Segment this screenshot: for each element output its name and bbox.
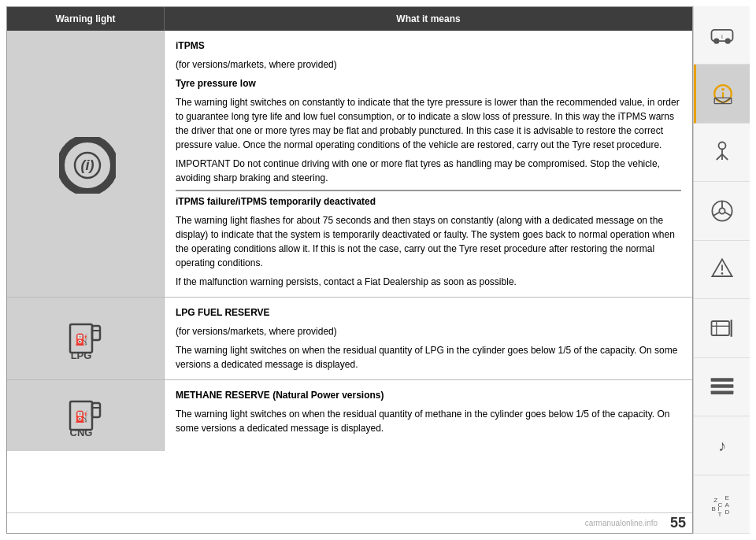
page-number: 55 [670, 515, 686, 531]
table-row: ⛽ LPG LPG FUEL RESERVE (for versions/mar… [7, 298, 692, 380]
cng-body: The warning light switches on when the r… [176, 407, 681, 435]
sidebar-item-steering[interactable] [694, 182, 750, 240]
header-what-it-means: What it means [165, 7, 692, 31]
settings-icon [708, 372, 736, 401]
tyre-pressure-important: IMPORTANT Do not continue driving with o… [176, 157, 681, 185]
svg-point-18 [721, 88, 724, 91]
svg-point-32 [721, 273, 723, 276]
svg-rect-37 [710, 379, 733, 383]
svg-line-23 [716, 153, 721, 159]
steering-icon [708, 197, 736, 225]
cng-icon-cell: ⛽ CNG [7, 380, 165, 451]
lpg-fuel-icon: ⛽ LPG [64, 315, 107, 362]
itpms-failure-body: The warning light flashes for about 75 s… [176, 213, 681, 270]
svg-text:♪: ♪ [718, 437, 726, 454]
svg-point-21 [718, 142, 725, 149]
tyre-pressure-heading: Tyre pressure low [176, 76, 681, 91]
hazard-icon [708, 255, 736, 283]
lpg-body: The warning light switches on when the r… [176, 343, 681, 372]
svg-point-14 [713, 38, 719, 43]
svg-text:⛽: ⛽ [75, 333, 89, 346]
svg-text:C: C [717, 501, 722, 509]
svg-rect-39 [710, 391, 733, 395]
svg-line-29 [724, 213, 731, 216]
car-info-icon: i [708, 21, 736, 50]
lpg-icon-cell: ⛽ LPG [7, 298, 165, 379]
svg-text:Z: Z [713, 497, 717, 504]
svg-text:A: A [724, 501, 729, 509]
cng-fuel-icon: ⛽ CNG [64, 392, 107, 439]
cng-icon-svg: ⛽ CNG [64, 392, 107, 439]
table-row: ⛽ CNG METHANE RESERVE (Natural Power ver… [7, 380, 692, 451]
svg-point-15 [724, 38, 730, 43]
svg-text:E: E [724, 494, 729, 501]
sidebar-item-music[interactable]: ♪ [694, 416, 750, 475]
sidebar-item-alphabet[interactable]: Z E B I A D C T [694, 475, 750, 534]
cng-text-cell: METHANE RESERVE (Natural Power versions)… [165, 380, 692, 451]
cng-title: METHANE RESERVE (Natural Power versions) [176, 388, 681, 402]
itpms-subtitle: (for versions/markets, where provided) [176, 57, 681, 72]
lpg-icon-svg: ⛽ LPG [64, 315, 107, 362]
sidebar: i [693, 6, 750, 534]
itpms-text-cell: iTPMS (for versions/markets, where provi… [165, 31, 692, 297]
table-body: (i) iTPMS (for versions/markets, where p… [7, 31, 692, 512]
itpms-failure-body2: If the malfunction warning persists, con… [176, 275, 681, 289]
svg-text:(i): (i) [80, 157, 94, 173]
tools-icon [708, 314, 736, 342]
svg-text:CNG: CNG [70, 427, 93, 438]
svg-text:D: D [724, 509, 729, 516]
svg-rect-33 [711, 321, 729, 335]
tire-icon-svg: (i) [59, 137, 116, 194]
svg-line-28 [713, 213, 719, 216]
svg-rect-4 [92, 326, 100, 340]
svg-rect-9 [92, 403, 100, 417]
bottom-bar: carmanualonline.info 55 [7, 512, 692, 533]
svg-text:i: i [721, 32, 723, 39]
svg-rect-38 [710, 385, 733, 389]
sidebar-item-tools[interactable] [694, 299, 750, 357]
sidebar-item-car-info[interactable]: i [694, 6, 750, 65]
table-header: Warning light What it means [7, 7, 692, 31]
tire-pressure-icon: (i) [59, 137, 113, 190]
table-row: (i) iTPMS (for versions/markets, where p… [7, 31, 692, 298]
svg-text:B: B [711, 505, 715, 512]
svg-text:⛽: ⛽ [75, 410, 89, 423]
itpms-title: iTPMS [176, 39, 681, 53]
sidebar-item-warning[interactable] [694, 65, 750, 123]
svg-point-26 [719, 208, 724, 213]
header-warning-light: Warning light [7, 7, 165, 31]
sidebar-item-settings[interactable] [694, 358, 750, 416]
alphabet-icon: Z E B I A D C T [708, 490, 736, 518]
seatbelt-icon [708, 139, 736, 167]
main-table: Warning light What it means (i) i [6, 6, 693, 534]
itpms-failure-heading: iTPMS failure/iTPMS temporarily deactiva… [176, 194, 681, 209]
section-divider [176, 190, 681, 191]
lpg-subtitle: (for versions/markets, where provided) [176, 324, 681, 338]
sidebar-item-seatbelt[interactable] [694, 124, 750, 182]
svg-line-24 [722, 153, 728, 159]
music-icon: ♪ [708, 431, 736, 460]
lpg-text-cell: LPG FUEL RESERVE (for versions/markets, … [165, 298, 692, 379]
tyre-pressure-body: The warning light switches on constantly… [176, 95, 681, 152]
lpg-title: LPG FUEL RESERVE [176, 305, 681, 320]
itpms-icon-cell: (i) [7, 31, 165, 297]
warning-light-icon [709, 80, 737, 108]
watermark: carmanualonline.info [585, 519, 658, 527]
svg-text:LPG: LPG [71, 350, 92, 361]
svg-text:T: T [717, 511, 721, 518]
sidebar-item-hazard[interactable] [694, 241, 750, 299]
